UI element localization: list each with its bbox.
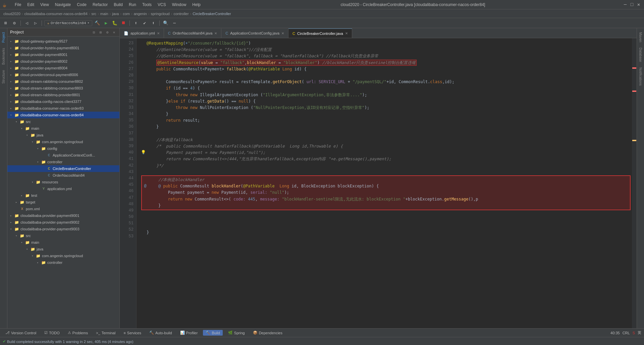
git-commit-button[interactable]: ✔ — [141, 19, 148, 27]
tree-item[interactable]: CApplicationContextConfi... — [7, 152, 119, 159]
collapse-all-button[interactable]: ⊟ — [91, 30, 97, 35]
dependencies-tab[interactable]: 📦 Dependencies — [250, 330, 285, 336]
tab-close[interactable]: ✕ — [281, 32, 284, 35]
tree-item[interactable]: ▸📁target — [7, 199, 119, 206]
tab-close[interactable]: ✕ — [214, 32, 217, 35]
settings-icon[interactable]: ⚙ — [105, 30, 110, 35]
tree-item[interactable]: ▾📁main — [7, 125, 119, 132]
bc-angenin[interactable]: angenin — [134, 12, 147, 16]
bc-cloud2020[interactable]: cloud2020 — [3, 12, 20, 16]
right-tab-maven[interactable]: Maven — [638, 30, 643, 45]
tab-application-yml[interactable]: 📄 application.yml ✕ — [120, 28, 164, 38]
tree-item[interactable]: ▾📁src — [7, 232, 119, 239]
profiler-tab[interactable]: 📊 Profiler — [177, 330, 201, 336]
spring-tab[interactable]: 🌿 Spring — [225, 330, 248, 336]
tree-item[interactable]: CCircleBreakerController — [7, 165, 119, 172]
bulb-icon[interactable]: 💡 — [140, 150, 147, 156]
bc-java[interactable]: java — [112, 12, 119, 16]
tree-item[interactable]: ▸📁cloud-provider-hystrix-payment8001 — [7, 45, 119, 51]
tree-item[interactable]: ▸📁cloudalibaba-provider-payment9001 — [7, 212, 119, 219]
menu-refactor[interactable]: Refactor — [90, 1, 110, 8]
tree-item[interactable]: ▸📁cloud-gateway-gateway9527 — [7, 38, 119, 45]
minimize-button[interactable]: ─ — [623, 2, 628, 7]
menu-code[interactable]: Code — [74, 1, 89, 8]
tree-item[interactable]: ▸📁cloud-stream-rabbitmq-consumer8802 — [7, 78, 119, 85]
problems-tab[interactable]: ⚠ Problems — [65, 330, 91, 336]
tree-item[interactable]: ▸📁controller — [7, 259, 119, 266]
terminal-tab[interactable]: >_ Terminal — [93, 330, 118, 336]
menu-run[interactable]: Run — [126, 1, 139, 8]
back-button[interactable]: ◁ — [23, 19, 31, 27]
build-button[interactable]: 🔨 — [94, 19, 101, 27]
services-tab[interactable]: ≡ Services — [121, 330, 144, 336]
right-tab-database[interactable]: Database — [638, 45, 643, 65]
tab-ordernacosmain[interactable]: C OrderNacosMain84.java ✕ — [164, 28, 222, 38]
auto-build-tab[interactable]: 🔨 Auto-build — [147, 330, 175, 336]
tree-item[interactable]: ▸📁test — [7, 192, 119, 199]
tree-item[interactable]: ▾📁src — [7, 118, 119, 125]
left-tab-structure[interactable]: Structure — [1, 67, 6, 87]
menu-view[interactable]: View — [38, 1, 52, 8]
tree-item[interactable]: ▾📁com.angenin.springcloud — [7, 252, 119, 259]
tree-item[interactable]: Xpom.xml — [7, 206, 119, 212]
bc-com[interactable]: com — [123, 12, 130, 16]
tab-circlebreaker[interactable]: C CircleBreakerController.java ✕ — [288, 28, 352, 38]
tree-item[interactable]: ▸📁cloudalibaba-provider-payment9002 — [7, 219, 119, 226]
right-tab-notifications[interactable]: Notifications — [638, 65, 643, 88]
expand-all-button[interactable]: ⊞ — [98, 30, 103, 35]
tree-item[interactable]: ▾📁config — [7, 145, 119, 152]
tab-appcontextconfig[interactable]: C ApplicationContextConfig.java ✕ — [221, 28, 288, 38]
menu-build[interactable]: Build — [111, 1, 125, 8]
menu-help[interactable]: Help — [190, 1, 203, 8]
bc-class[interactable]: CircleBreakerController — [193, 12, 231, 16]
stop-button[interactable]: ⏹ — [120, 19, 127, 27]
menu-file[interactable]: File — [12, 1, 24, 8]
version-control-tab[interactable]: ⎇ Version Control — [3, 330, 39, 336]
bc-main[interactable]: main — [100, 12, 108, 16]
tree-item[interactable]: ▸📁cloud-provider-payment8002 — [7, 58, 119, 65]
git-push-button[interactable]: ⬆ — [150, 19, 157, 27]
tree-item[interactable]: ▾📁controller — [7, 159, 119, 165]
tree-item[interactable]: ▾📁resources — [7, 179, 119, 185]
menu-window[interactable]: Window — [169, 1, 189, 8]
bc-src[interactable]: src — [91, 12, 96, 16]
run-config-dropdown[interactable]: ☕ OrderNacosMain84 ▾ — [44, 20, 92, 26]
run-button[interactable]: ▶ — [102, 19, 110, 27]
settings-button[interactable]: ⚙ — [11, 19, 18, 27]
menu-edit[interactable]: Edit — [24, 1, 37, 8]
menu-vcs[interactable]: VCS — [155, 1, 169, 8]
left-tab-project[interactable]: Project — [1, 30, 6, 45]
todo-tab[interactable]: ☑ TODO — [42, 330, 62, 336]
tree-item[interactable]: ▾📁cloudalibaba-provider-payment9003 — [7, 226, 119, 232]
tree-item[interactable]: COrderNacosMain84 — [7, 172, 119, 179]
debug-button[interactable]: 🐛 — [111, 19, 118, 27]
tree-item[interactable]: ▸📁cloud-provider-payment8004 — [7, 65, 119, 71]
maximize-button[interactable]: □ — [629, 2, 635, 7]
code-content[interactable]: @RequestMapping(☀"/consumer/fallback/{id… — [137, 38, 632, 328]
project-structure-button[interactable]: ⊞ — [2, 19, 9, 27]
more-button[interactable]: ⋯ — [171, 19, 178, 27]
tab-close-active[interactable]: ✕ — [345, 32, 348, 35]
tree-item[interactable]: ▸📁cloudalibaba-config-nacos-client3377 — [7, 98, 119, 105]
tree-item[interactable]: ▸📁cloud-provider-payment8001 — [7, 51, 119, 58]
tree-item[interactable]: ▾📁java — [7, 246, 119, 252]
tab-close[interactable]: ✕ — [157, 32, 160, 35]
close-panel-button[interactable]: ✕ — [111, 30, 117, 35]
forward-button[interactable]: ▷ — [32, 19, 39, 27]
tree-item[interactable]: ▸📁cloudalibaba-consumer-nacos-order83 — [7, 105, 119, 112]
menu-tools[interactable]: Tools — [140, 1, 154, 8]
tree-item[interactable]: ▾📁java — [7, 132, 119, 138]
tree-item[interactable]: ▸📁cloud-providerconsul-payment8006 — [7, 71, 119, 78]
tree-item[interactable]: ▾📁com.angenin.springcloud — [7, 138, 119, 145]
tree-item[interactable]: ▾📁main — [7, 239, 119, 246]
bc-module[interactable]: cloudalibaba-consumer-nacos-order84 — [24, 12, 87, 16]
bc-springcloud[interactable]: springcloud — [151, 12, 169, 16]
menu-navigate[interactable]: Navigate — [52, 1, 73, 8]
close-button[interactable]: ✕ — [636, 2, 641, 7]
tree-item[interactable]: ▸📁cloud-stream-rabbitmq-provider8801 — [7, 92, 119, 98]
search-button[interactable]: 🔍 — [162, 19, 169, 27]
tree-item[interactable]: ▾📁cloudalibaba-consumer-nacos-order84 — [7, 112, 119, 118]
build-tab[interactable]: 🔨 Build — [203, 330, 222, 336]
git-update-button[interactable]: ⬆ — [132, 19, 140, 27]
bc-controller[interactable]: controller — [173, 12, 189, 16]
